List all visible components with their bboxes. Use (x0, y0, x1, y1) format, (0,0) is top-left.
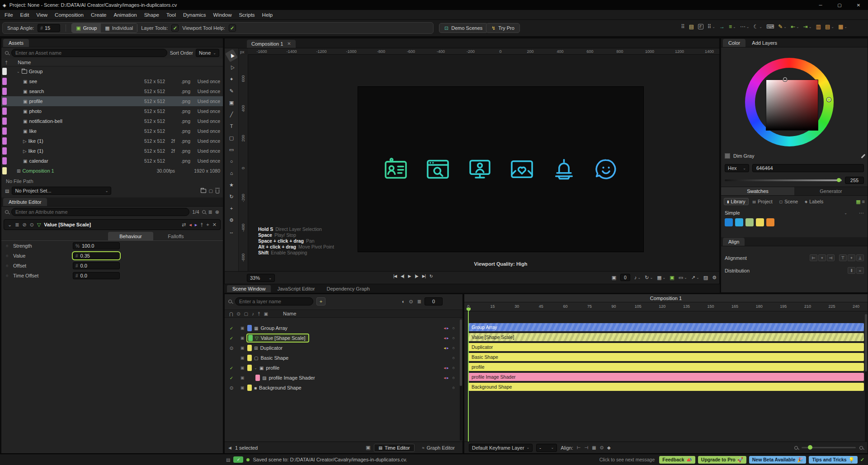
timeline-track-bar[interactable]: Value [Shape Scale] (468, 333, 864, 341)
layer-row[interactable]: ⊙▣⊞Duplicator◂▸○ (225, 343, 459, 353)
tab-generator[interactable]: Generator (794, 187, 868, 195)
solo-ring-icon[interactable]: ○ (453, 366, 455, 370)
attribute-value-input[interactable]: #0.0 (73, 272, 120, 279)
columns-view-icon[interactable]: ▥ (816, 23, 821, 30)
hue-marker[interactable] (827, 98, 831, 102)
library-tab-scene[interactable]: ▢Scene (777, 198, 801, 205)
sort-order-dropdown[interactable]: None⌄ (196, 49, 219, 57)
refresh-viewport-icon[interactable]: ↻⌄ (645, 275, 653, 281)
dark-mode-icon[interactable]: ☾⌄ (753, 23, 762, 30)
swatch-list-view-icon[interactable]: ≡ (862, 199, 865, 204)
knife-tool[interactable]: ✎ (226, 86, 236, 95)
transparency-icon[interactable]: ▨ (703, 275, 708, 281)
solo-ring-icon[interactable]: ○ (453, 346, 455, 350)
trash-icon[interactable] (216, 189, 219, 193)
viewport-tool-help-checkbox[interactable]: ✓ (229, 24, 236, 32)
snap-grid-icon[interactable]: ▦ (592, 445, 596, 450)
graph-editor-button[interactable]: ≈Graph Editor (418, 444, 459, 452)
collapse-icon[interactable]: ⌄ (8, 222, 12, 228)
maximize-button[interactable]: ▢ (830, 0, 849, 10)
solo-ring-icon[interactable]: ○ (453, 356, 455, 360)
align-right-button[interactable]: ⊣ (827, 254, 835, 261)
color-swatch[interactable] (725, 218, 733, 226)
saturation-value-square[interactable] (766, 80, 818, 131)
color-swatch[interactable] (756, 218, 764, 226)
align-left-button[interactable]: ⊢ (810, 254, 817, 261)
menu-view[interactable]: View (33, 11, 51, 19)
go-to-start-button[interactable]: |◀ (393, 274, 396, 278)
asset-row[interactable]: ⊞Composition 130.00fps1920 x 1080 (1, 166, 223, 176)
timeline-scrollbar[interactable] (865, 314, 867, 442)
asset-row[interactable]: ▷like (1)512 x 5122f.pngUsed once (1, 146, 223, 156)
default-keyframe-layer-dropdown[interactable]: Default Keyframe Layer⌄ (469, 444, 533, 452)
asset-row[interactable]: ▣search512 x 512.pngUsed once (1, 86, 223, 96)
zoom-dropdown[interactable]: 33%⌄ (247, 274, 275, 282)
keyframe-icon[interactable]: ◆ (607, 445, 611, 450)
render-toggle-icon[interactable]: ▣ (238, 336, 246, 340)
notification-bell-icon[interactable] (551, 156, 577, 182)
grab-tool[interactable]: ✦ (226, 75, 236, 84)
render-column-icon[interactable]: ▣ (264, 311, 268, 316)
keyframe-toggle-icon[interactable]: ○ (6, 254, 13, 258)
tips-and-tricks-button[interactable]: Tips and Tricks💡 (809, 456, 857, 464)
menu-file[interactable]: File (1, 11, 17, 19)
zoom-in-icon[interactable] (859, 446, 863, 450)
snapping-icon[interactable]: ≡⌄ (729, 23, 736, 30)
line-tool[interactable]: ╱ (226, 110, 236, 119)
timeline-track-bar[interactable]: profile Image Shader (468, 373, 864, 381)
enabled-checkbox[interactable]: ✓ (225, 326, 238, 331)
tab-color[interactable]: Color (723, 39, 745, 47)
menu-animation[interactable]: Animation (110, 11, 141, 19)
horizontal-ruler[interactable]: -1600-1400-1200-1000-800-600-400-2000200… (248, 48, 719, 55)
distribute-vertical-button[interactable]: = (856, 267, 864, 274)
play-button[interactable]: ▶ (408, 274, 411, 278)
expander-icon[interactable]: ⌄ (254, 366, 257, 370)
tab-javascript-editor[interactable]: JavaScript Editor (272, 285, 320, 292)
eyedropper-icon[interactable] (861, 154, 866, 158)
menu-shape[interactable]: Shape (141, 11, 163, 19)
zoom-plus-icon[interactable] (202, 210, 206, 214)
menu-help[interactable]: Help (259, 11, 277, 19)
menu-tool[interactable]: Tool (163, 11, 179, 19)
tab-dependency-graph[interactable]: Dependency Graph (321, 285, 375, 292)
filter-icon[interactable]: ≣ (208, 209, 212, 215)
next-attribute-icon[interactable]: ▸ (195, 222, 198, 228)
layer-color-chip[interactable] (247, 385, 252, 391)
layer-color-chip[interactable] (247, 345, 252, 351)
grid-view-icon[interactable]: ▦⌄ (838, 23, 847, 30)
color-swatch[interactable] (745, 218, 754, 226)
browser-search-icon[interactable] (425, 156, 451, 182)
group-button[interactable]: ▣Group (72, 23, 101, 33)
annotate-pen-icon[interactable]: ✎⌄ (778, 23, 787, 30)
camera-count-box[interactable]: 0 (620, 274, 630, 281)
rows-view-icon[interactable]: ▤⌄ (825, 23, 834, 30)
focus-f-icon[interactable]: F (698, 24, 703, 29)
align-center-v-button[interactable]: + (848, 254, 855, 261)
isolate-icon[interactable]: ◐ (402, 299, 405, 305)
polygon-tool[interactable]: ⌂ (226, 169, 236, 178)
layer-color-chip[interactable] (247, 365, 252, 371)
solo-ring-icon[interactable]: ○ (453, 376, 455, 380)
viewport-settings-gear-icon[interactable]: ⚙ (712, 275, 717, 281)
visibility-column-icon[interactable]: ⊙ (236, 311, 240, 316)
time-editor-button[interactable]: ▤Time Editor (374, 444, 414, 452)
asset-row[interactable]: ▷like (1)512 x 5122f.pngUsed once (1, 136, 223, 146)
align-top-button[interactable]: ⊤ (839, 254, 847, 261)
color-swatch[interactable] (766, 218, 774, 226)
solo-ring-icon[interactable]: ○ (453, 385, 455, 390)
composition-tab[interactable]: Composition 1 ✕ (247, 40, 296, 48)
layer-row[interactable]: ✓▣▽Value [Shape Scale]◂▸○ (225, 333, 459, 343)
layer-color-chip[interactable] (247, 355, 252, 361)
attribute-search-input[interactable] (11, 208, 189, 216)
camera-tool[interactable]: ▣ (226, 98, 236, 107)
layer-color-chip[interactable] (247, 325, 252, 331)
visibility-eye-icon[interactable]: ⊙ (225, 346, 238, 351)
try-pro-button[interactable]: ↯Try Pro (486, 23, 520, 33)
screen-bounds-icon[interactable]: ▭⌄ (679, 275, 687, 281)
user-monitor-icon[interactable] (467, 156, 493, 182)
menu-window[interactable]: Window (210, 11, 236, 19)
asset-row[interactable]: ▣calendar512 x 512.pngUsed once (1, 156, 223, 166)
attribute-value-input[interactable]: #0.35 (73, 252, 120, 259)
frame-indicator-box[interactable]: 0 (425, 297, 443, 305)
hex-value-input[interactable]: 646464 (752, 164, 864, 172)
